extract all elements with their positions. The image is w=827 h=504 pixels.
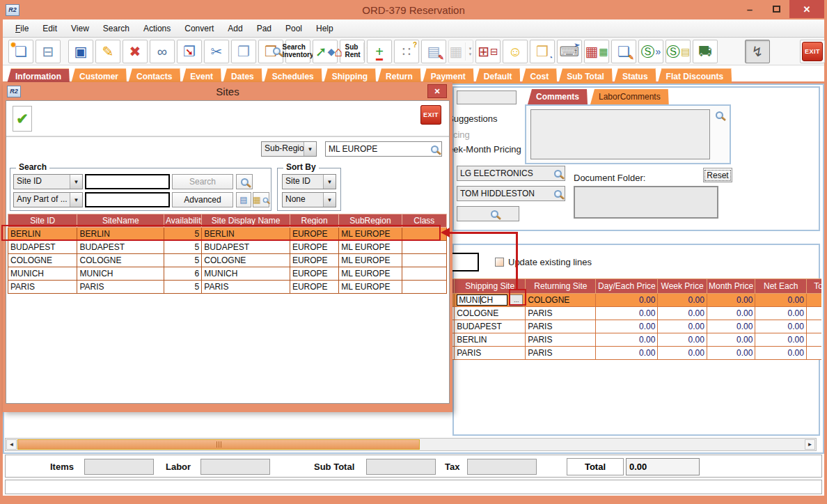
comments-search-icon[interactable]: [716, 111, 723, 119]
menu-help[interactable]: Help: [309, 21, 340, 36]
quick-action-lightning-button[interactable]: ↯: [745, 40, 770, 63]
match-mode-dropdown[interactable]: Any Part of ... ▼: [13, 192, 83, 207]
month-price-cell[interactable]: 0.00: [707, 320, 755, 333]
send-payment-button[interactable]: Ⓢ»: [638, 40, 663, 63]
lookup-search-icon[interactable]: [491, 210, 498, 218]
keyboard-shortcut-button[interactable]: ⌨➢: [557, 40, 582, 63]
find-binoculars-button[interactable]: ∞: [150, 40, 175, 63]
print-button[interactable]: ⊟: [36, 40, 61, 63]
shipping-row-budapest[interactable]: BUDAPESTPARIS0.000.000.000.00: [450, 320, 822, 333]
sort1-dropdown[interactable]: Site ID ▼: [282, 174, 336, 189]
subregion-search-icon[interactable]: [431, 145, 439, 153]
tab-comments[interactable]: Comments: [528, 89, 588, 104]
returning-site-cell[interactable]: PARIS: [526, 307, 596, 320]
edit-pencil-button[interactable]: ✎: [95, 40, 120, 63]
tab-cost[interactable]: Cost: [521, 68, 557, 84]
column-header-week-price[interactable]: Week Price: [658, 279, 707, 294]
menu-view[interactable]: View: [64, 21, 96, 36]
sites-row-paris[interactable]: PARISPARIS5PARISEUROPEML EUROPE: [8, 281, 447, 294]
total-value-field[interactable]: 0.00: [626, 458, 700, 475]
month-price-cell[interactable]: 0.00: [707, 294, 755, 307]
maximize-button[interactable]: [766, 0, 787, 18]
sites-dialog-exit-button[interactable]: EXIT: [420, 107, 441, 120]
lookup-field[interactable]: [457, 206, 519, 221]
quantity-input[interactable]: [451, 253, 479, 271]
minimize-button[interactable]: –: [739, 0, 760, 18]
sites-dialog-close-button[interactable]: ✕: [427, 84, 447, 98]
sites-row-cologne[interactable]: COLOGNECOLOGNE5COLOGNEEUROPEML EUROPE: [8, 254, 447, 267]
total-cell[interactable]: [806, 307, 821, 320]
contact-field[interactable]: TOM HIDDLESTON: [457, 186, 565, 201]
update-lines-checkbox[interactable]: [495, 258, 504, 267]
day-price-cell[interactable]: 0.00: [596, 333, 658, 347]
inventory-cubes-button[interactable]: ▦▦: [584, 40, 609, 63]
cut-button[interactable]: ✂: [204, 40, 229, 63]
save-button[interactable]: ▣: [68, 40, 93, 63]
tab-return[interactable]: Return: [377, 68, 421, 84]
column-header-returning-site[interactable]: Returning Site: [526, 279, 596, 294]
scroll-left-button[interactable]: ◄: [6, 439, 17, 450]
close-button[interactable]: ✕: [789, 0, 824, 18]
document-folder-textarea[interactable]: [574, 186, 718, 219]
advanced-button[interactable]: Advanced: [172, 192, 233, 207]
column-header-day-each-price[interactable]: Day/Each Price: [596, 279, 658, 294]
chevron-down-icon[interactable]: ▼: [323, 193, 336, 207]
tab-status[interactable]: Status: [614, 68, 656, 84]
net-price-cell[interactable]: 0.00: [755, 320, 807, 333]
column-header-total[interactable]: Total: [806, 279, 821, 294]
month-price-cell[interactable]: 0.00: [707, 307, 755, 320]
scrollbar-thumb[interactable]: [17, 439, 420, 450]
confirm-selection-button[interactable]: ✔: [13, 106, 32, 132]
reset-button[interactable]: Reset: [703, 168, 732, 182]
day-price-cell[interactable]: 0.00: [596, 294, 658, 307]
week-price-cell[interactable]: 0.00: [658, 347, 707, 360]
tab-labor-comments[interactable]: LaborComments: [590, 89, 669, 104]
search-input-2[interactable]: [85, 192, 170, 207]
search-input[interactable]: [85, 174, 170, 189]
menu-pad[interactable]: Pad: [250, 21, 278, 36]
shipping-site-cell[interactable]: COLOGNE: [455, 307, 526, 320]
sites-row-munich[interactable]: MUNICHMUNICH6MUNICHEUROPEML EUROPE: [8, 267, 447, 281]
shipping-row-munich[interactable]: MUNICH...COLOGNE0.000.000.000.00: [450, 294, 822, 307]
menu-convert[interactable]: Convert: [178, 21, 221, 36]
availability-group-button[interactable]: ∷?: [394, 40, 419, 63]
add-remove-line-button[interactable]: +▬: [367, 40, 392, 63]
shipping-row-cologne[interactable]: COLOGNEPARIS0.000.000.000.00: [450, 307, 822, 320]
search-person-button[interactable]: [236, 174, 253, 189]
sub-rent-button[interactable]: ⌂Sub Rent▼▼: [340, 40, 365, 63]
smiley-button[interactable]: ☺: [503, 40, 528, 63]
net-price-cell[interactable]: 0.00: [755, 294, 807, 307]
comments-textarea[interactable]: [530, 109, 710, 159]
search-inventory-button[interactable]: Search Inventory▼▼: [285, 40, 310, 63]
org-chart-button[interactable]: ⊞⊟: [475, 40, 501, 63]
returning-site-cell[interactable]: PARIS: [526, 333, 596, 347]
shipping-site-cell[interactable]: BUDAPEST: [455, 320, 526, 333]
shipping-site-input[interactable]: MUNICH: [457, 294, 507, 306]
menu-add[interactable]: Add: [221, 21, 249, 36]
statement-notes-button[interactable]: Ⓢ▤: [665, 40, 691, 63]
delete-button[interactable]: ✖: [123, 40, 148, 63]
customer-field[interactable]: LG ELECTRONICS: [457, 166, 565, 181]
week-price-cell[interactable]: 0.00: [658, 320, 707, 333]
day-price-cell[interactable]: 0.00: [596, 320, 658, 333]
search-button[interactable]: Search: [172, 174, 233, 189]
horizontal-scrollbar[interactable]: ◄ ►: [5, 438, 817, 451]
tab-contacts[interactable]: Contacts: [128, 68, 180, 84]
exit-button[interactable]: EXIT: [800, 40, 825, 63]
column-header-month-price[interactable]: Month Price: [707, 279, 755, 294]
shipping-site-cell[interactable]: BERLIN: [455, 333, 526, 347]
week-price-cell[interactable]: 0.00: [658, 333, 707, 347]
month-price-cell[interactable]: 0.00: [707, 347, 755, 360]
advanced-search-grid-button[interactable]: ▦: [253, 192, 269, 207]
tab-customer[interactable]: Customer: [71, 68, 127, 84]
copy-button[interactable]: ❐: [231, 40, 256, 63]
menu-edit[interactable]: Edit: [36, 21, 64, 36]
month-price-cell[interactable]: 0.00: [707, 333, 755, 347]
week-price-cell[interactable]: 0.00: [658, 307, 707, 320]
total-cell[interactable]: [806, 333, 821, 347]
tab-sub-total[interactable]: Sub Total: [558, 68, 613, 84]
tab-schedules[interactable]: Schedules: [264, 68, 322, 84]
contact-search-icon[interactable]: [554, 190, 562, 198]
returning-site-cell[interactable]: PARIS: [526, 347, 596, 360]
sites-row-budapest[interactable]: BUDAPESTBUDAPEST5BUDAPESTEUROPEML EUROPE: [8, 241, 447, 254]
